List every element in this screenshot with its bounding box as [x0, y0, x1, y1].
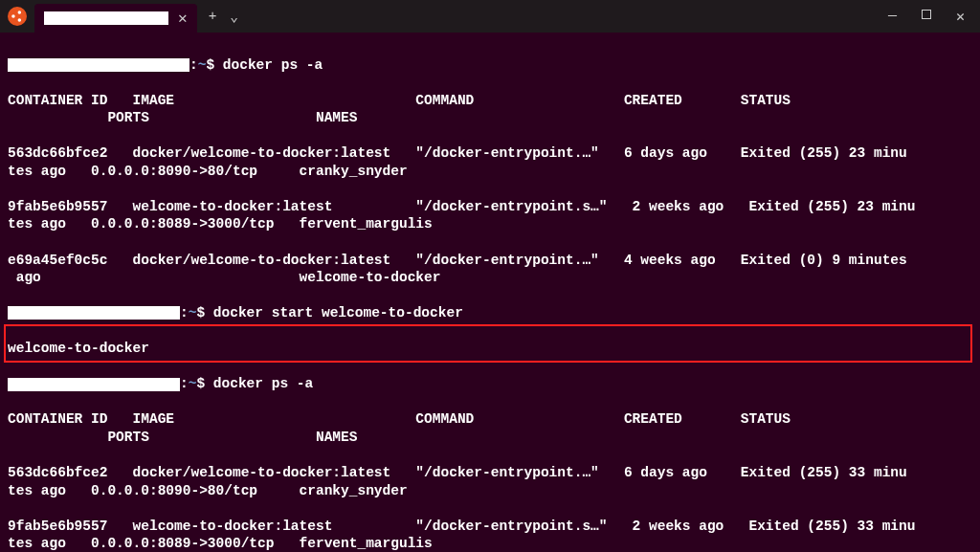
ps-header-1: CONTAINER ID IMAGE COMMAND CREATED STATU… [8, 92, 972, 127]
close-tab-icon[interactable]: ✕ [178, 9, 188, 28]
ps-header-2: CONTAINER ID IMAGE COMMAND CREATED STATU… [8, 410, 972, 446]
svg-point-2 [18, 18, 21, 22]
command-3: docker ps -a [213, 375, 313, 393]
ps1-row-3: e69a45ef0c5c docker/welcome-to-docker:la… [8, 252, 972, 287]
svg-point-0 [11, 14, 14, 18]
prompt-line-2: :~$ docker start welcome-to-docker [8, 304, 972, 322]
close-window-button[interactable]: ✕ [956, 8, 965, 26]
ps2-row-2: 9fab5e6b9557 welcome-to-docker:latest "/… [8, 518, 972, 552]
prompt-line-1: :~$ docker ps -a [8, 56, 972, 75]
ps2-row-1: 563dc66bfce2 docker/welcome-to-docker:la… [8, 464, 972, 499]
tab-title [44, 11, 168, 25]
minimize-button[interactable]: — [888, 8, 897, 26]
command-1: docker ps -a [223, 56, 323, 75]
terminal-body[interactable]: :~$ docker ps -a CONTAINER ID IMAGE COMM… [0, 33, 980, 552]
user-host-mask [8, 58, 189, 72]
start-output: welcome-to-docker [8, 340, 972, 358]
tab-menu-button[interactable]: ⌄ [230, 9, 238, 25]
command-2: docker start welcome-to-docker [213, 304, 463, 322]
titlebar: ✕ + ⌄ — ✕ [0, 0, 980, 33]
restore-button[interactable] [922, 8, 931, 26]
user-host-mask [8, 306, 180, 320]
svg-point-1 [18, 11, 21, 13]
new-tab-button[interactable]: + [209, 9, 217, 24]
prompt-line-3: :~$ docker ps -a [8, 375, 972, 393]
ubuntu-logo-icon [8, 7, 27, 26]
ps1-row-2: 9fab5e6b9557 welcome-to-docker:latest "/… [8, 198, 972, 233]
ps1-row-1: 563dc66bfce2 docker/welcome-to-docker:la… [8, 144, 972, 180]
terminal-tab[interactable]: ✕ [34, 4, 197, 33]
user-host-mask [8, 378, 180, 391]
